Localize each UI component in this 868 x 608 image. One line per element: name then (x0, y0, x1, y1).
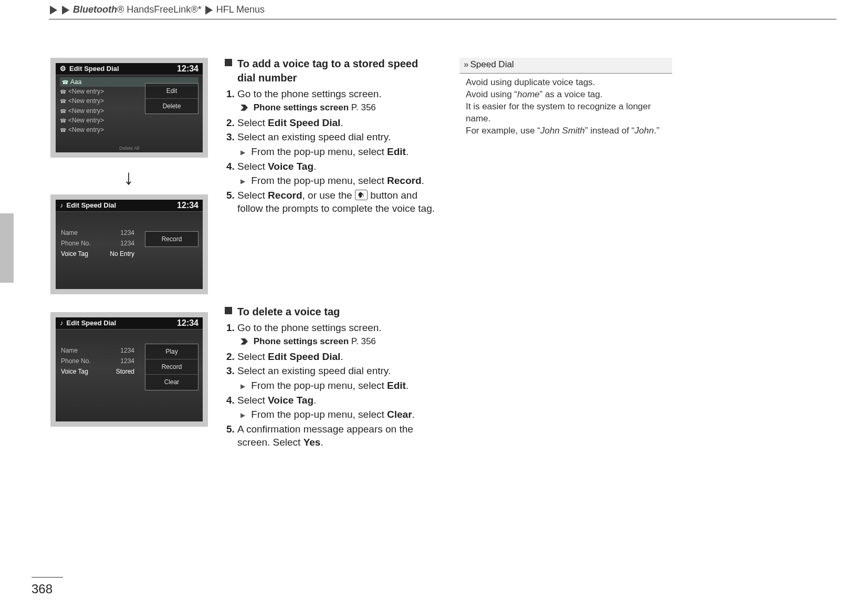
screen3-context-menu: Play Record Clear (145, 344, 198, 390)
step: A confirmation message appears on the sc… (237, 422, 435, 449)
down-arrow-icon: ↓ (121, 163, 137, 191)
screen1-clock: 12:34 (177, 63, 198, 75)
ctx-edit-button[interactable]: Edit (145, 84, 198, 98)
tips-line: It is easier for the system to recognize… (466, 101, 668, 125)
screen2-title: Edit Speed Dial (60, 200, 116, 211)
screen2-context-menu: Record (145, 231, 198, 247)
phone-icon (60, 117, 68, 124)
kv-name-label: Name (61, 229, 78, 237)
page-number: 368 (32, 577, 63, 597)
kv-voicetag-label[interactable]: Voice Tag (61, 250, 88, 258)
kv-voicetag-value: No Entry (110, 250, 134, 258)
screen1-context-menu: Edit Delete (145, 83, 198, 114)
ctx-delete-button[interactable]: Delete (145, 98, 198, 114)
step: Select Record, or use the 🗣 button and f… (237, 189, 435, 215)
tips-heading: »Speed Dial (459, 58, 672, 74)
step: Select Edit Speed Dial. (237, 116, 435, 130)
step: Select Voice Tag. From the pop-up menu, … (237, 394, 435, 421)
phone-icon (60, 88, 68, 95)
screen3-detail: Name1234 Phone No.1234 Voice TagStored (56, 329, 140, 377)
heading-add-voice-tag: To add a voice tag to a stored speed dia… (225, 57, 435, 85)
sub-step: From the pop-up menu, select Record. (240, 174, 435, 188)
crumb-reg2: ® (191, 4, 197, 15)
phone-icon (60, 97, 68, 105)
kv-voicetag-label[interactable]: Voice Tag (61, 367, 88, 376)
gear-icon (60, 65, 69, 73)
sub-step: From the pop-up menu, select Edit. (240, 379, 435, 393)
phone-icon (60, 126, 68, 133)
crumb-arrow-icon: ▶ (205, 2, 213, 17)
features-side-tab-label: Features (0, 245, 2, 259)
crumb-bluetooth: Bluetooth (73, 4, 117, 15)
screen3-clock: 12:34 (177, 317, 198, 329)
kv-phone-label: Phone No. (61, 239, 91, 248)
talk-button-icon: 🗣 (355, 190, 368, 200)
step: Select Voice Tag. From the pop-up menu, … (237, 160, 435, 188)
tips-body: Avoid using duplicate voice tags. Avoid … (459, 74, 672, 137)
heading-delete-voice-tag: To delete a voice tag (225, 305, 435, 319)
tips-line: Avoid using duplicate voice tags. (466, 77, 668, 89)
ctx-record-button[interactable]: Record (145, 359, 198, 374)
step: Select an existing speed dial entry. Fro… (237, 130, 435, 158)
kv-name-value: 1234 (120, 229, 134, 237)
breadcrumb: ▶ ▶ Bluetooth® HandsFreeLink®* ▶ HFL Men… (49, 3, 836, 19)
step: Go to the phone settings screen. Phone s… (237, 87, 435, 114)
note-icon (60, 201, 67, 209)
crumb-star: * (198, 4, 202, 15)
step: Select an existing speed dial entry. Fro… (237, 364, 435, 392)
crumb-hfl-menus: HFL Menus (216, 4, 265, 15)
sub-step: From the pop-up menu, select Clear. (240, 408, 435, 421)
screenshot-1: Edit Speed Dial 12:34 Aaa <New entry> <N… (50, 58, 208, 158)
kv-phone-value: 1234 (120, 357, 134, 365)
note-icon (60, 319, 67, 327)
screen2-detail: Name1234 Phone No.1234 Voice TagNo Entry (56, 212, 140, 260)
step: Select Edit Speed Dial. (237, 350, 435, 364)
sub-step: From the pop-up menu, select Edit. (240, 145, 435, 159)
crumb-arrow-icon: ▶ (62, 2, 69, 17)
list-item[interactable]: <New entry> (60, 116, 198, 125)
ctx-clear-button[interactable]: Clear (145, 374, 198, 389)
crumb-arrow-icon: ▶ (50, 2, 57, 17)
tips-line: Avoid using “home” as a voice tag. (466, 89, 668, 101)
step: Go to the phone settings screen. Phone s… (237, 321, 435, 348)
list-item[interactable]: <New entry> (60, 125, 198, 135)
ctx-play-button[interactable]: Play (145, 344, 198, 359)
chevron-icon: » (464, 59, 468, 69)
phone-icon (62, 78, 70, 86)
ctx-record-button[interactable]: Record (145, 232, 198, 246)
screen1-delete-all[interactable]: Delete All (119, 145, 139, 151)
kv-voicetag-value: Stored (116, 367, 134, 376)
crumb-hfl: HandsFreeLink (127, 4, 191, 15)
kv-name-label: Name (61, 346, 78, 355)
tips-speed-dial: »Speed Dial Avoid using duplicate voice … (459, 58, 672, 137)
screenshot-3: Edit Speed Dial 12:34 Name1234 Phone No.… (50, 312, 208, 427)
screen1-title: Edit Speed Dial (60, 63, 119, 75)
tips-line: For example, use “John Smith” instead of… (466, 125, 668, 137)
xref-phone-settings: Phone settings screen P. 356 (240, 102, 435, 114)
crumb-reg: ® (117, 4, 124, 15)
instructions-delete-voice-tag: To delete a voice tag Go to the phone se… (225, 305, 435, 450)
screenshot-2: Edit Speed Dial 12:34 Name1234 Phone No.… (50, 194, 208, 294)
instructions-add-voice-tag: To add a voice tag to a stored speed dia… (225, 57, 435, 217)
kv-name-value: 1234 (120, 346, 134, 355)
kv-phone-label: Phone No. (61, 357, 91, 365)
screen3-title: Edit Speed Dial (60, 317, 116, 329)
xref-phone-settings: Phone settings screen P. 356 (240, 336, 435, 348)
screen2-clock: 12:34 (177, 200, 198, 211)
features-side-tab: Features (0, 213, 14, 283)
kv-phone-value: 1234 (120, 239, 134, 248)
phone-icon (60, 107, 68, 115)
